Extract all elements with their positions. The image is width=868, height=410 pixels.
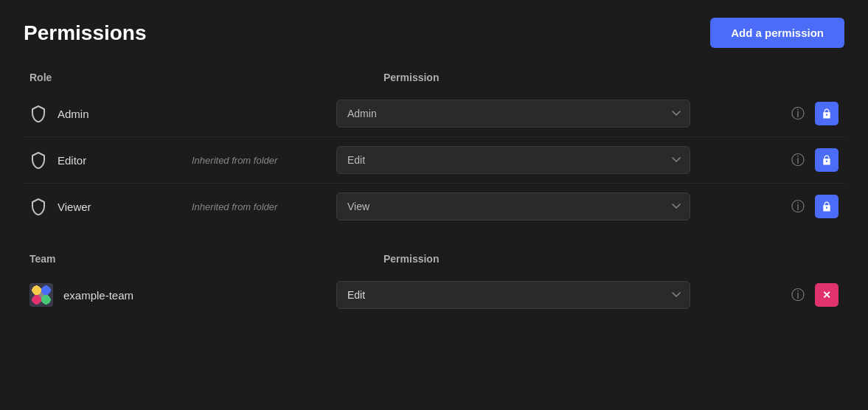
page-header: Permissions Add a permission xyxy=(24,18,844,48)
shield-icon-viewer xyxy=(29,198,47,215)
shield-icon-admin xyxy=(29,105,47,122)
teams-table-header: Team Permission xyxy=(24,253,844,272)
role-cell-admin: Admin xyxy=(29,105,192,122)
info-button-viewer[interactable]: ⓘ xyxy=(787,195,809,218)
permission-select-wrapper-example-team: Admin Edit View xyxy=(336,281,778,309)
info-button-admin[interactable]: ⓘ xyxy=(787,102,809,125)
roles-table-header: Role Permission xyxy=(24,72,844,91)
role-name-viewer: Viewer xyxy=(58,201,91,213)
role-row-editor: Editor Inherited from folder Admin Edit … xyxy=(24,137,844,184)
team-avatar-example xyxy=(29,283,53,307)
permission-select-wrapper-editor: Admin Edit View xyxy=(336,146,778,174)
shield-icon-editor xyxy=(29,151,47,169)
info-button-example-team[interactable]: ⓘ xyxy=(787,284,809,306)
role-cell-editor: Editor xyxy=(29,151,192,169)
permission-column-header-teams: Permission xyxy=(383,253,839,265)
permission-select-example-team[interactable]: Admin Edit View xyxy=(336,281,690,309)
row-actions-admin: ⓘ xyxy=(787,102,839,125)
team-cell-example: example-team xyxy=(29,283,192,307)
permission-select-wrapper-admin: Admin Edit View xyxy=(336,100,778,128)
delete-button-example-team[interactable]: ✕ xyxy=(815,283,839,307)
inherited-label-editor: Inherited from folder xyxy=(192,155,324,166)
role-row-viewer: Viewer Inherited from folder Admin Edit … xyxy=(24,184,844,229)
team-column-header: Team xyxy=(29,253,383,265)
lock-button-editor[interactable] xyxy=(815,148,839,172)
teams-section: Team Permission example-team Admin Edit … xyxy=(24,253,844,318)
permission-select-editor[interactable]: Admin Edit View xyxy=(336,146,690,174)
row-actions-viewer: ⓘ xyxy=(787,195,839,218)
team-name-example: example-team xyxy=(63,289,133,302)
role-name-editor: Editor xyxy=(58,154,86,167)
team-row-example-team: example-team Admin Edit View ⓘ ✕ xyxy=(24,272,844,318)
permission-select-viewer[interactable]: Admin Edit View xyxy=(336,192,690,220)
lock-button-admin[interactable] xyxy=(815,102,839,125)
role-row-admin: Admin Admin Edit View ⓘ xyxy=(24,91,844,137)
permission-select-admin[interactable]: Admin Edit View xyxy=(336,100,690,128)
page-title: Permissions xyxy=(24,21,147,45)
lock-button-viewer[interactable] xyxy=(815,195,839,218)
permission-column-header-roles: Permission xyxy=(383,72,839,83)
roles-section: Role Permission Admin Admin Edit View xyxy=(24,72,844,229)
row-actions-editor: ⓘ xyxy=(787,148,839,172)
role-column-header: Role xyxy=(29,72,383,83)
inherited-label-viewer: Inherited from folder xyxy=(192,201,324,212)
permission-select-wrapper-viewer: Admin Edit View xyxy=(336,192,778,220)
row-actions-example-team: ⓘ ✕ xyxy=(787,283,839,307)
team-avatar-image xyxy=(29,283,53,307)
add-permission-button[interactable]: Add a permission xyxy=(710,18,844,48)
role-cell-viewer: Viewer xyxy=(29,198,192,215)
role-name-admin: Admin xyxy=(58,108,89,120)
permissions-page: Permissions Add a permission Role Permis… xyxy=(24,18,844,318)
info-button-editor[interactable]: ⓘ xyxy=(787,149,809,171)
